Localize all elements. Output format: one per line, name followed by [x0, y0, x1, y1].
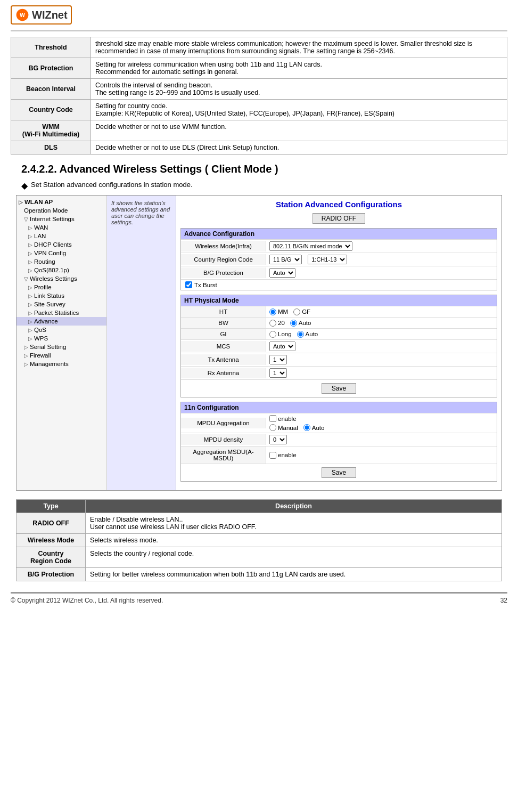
tooltip-text: It shows the station's advanced settings…	[111, 200, 170, 225]
ui-panel-container: ▷WLAN APOperation Mode▽Internet Settings…	[16, 195, 502, 491]
sidebar-item-firewall[interactable]: ▷Firewall	[17, 351, 106, 360]
desc-row-type: Wireless Mode	[17, 534, 86, 547]
sidebar-item-wireless-settings[interactable]: ▽Wireless Settings	[17, 274, 106, 283]
mpdu-auto-radio[interactable]	[303, 424, 310, 431]
sidebar-item-label: Wireless Settings	[30, 275, 77, 282]
ht-save-button[interactable]: Save	[322, 383, 356, 394]
sidebar-arrow-icon: ▷	[28, 310, 32, 316]
sidebar-arrow-icon: ▷	[28, 319, 32, 324]
sidebar-item-label: WAN	[34, 224, 48, 231]
sidebar-item-label: Link Status	[34, 293, 64, 299]
desc-table-row: Country Region CodeSelects the country /…	[17, 547, 502, 568]
sidebar-arrow-icon: ▷	[28, 233, 32, 239]
sidebar-item-vpn-config[interactable]: ▷VPN Config	[17, 249, 106, 257]
bw-auto-option[interactable]: Auto	[290, 320, 311, 327]
wiznet-logo-icon: W	[15, 7, 30, 22]
sidebar-item-routing[interactable]: ▷Routing	[17, 257, 106, 266]
sidebar-item-qos(802.1p)[interactable]: ▷QoS(802.1p)	[17, 266, 106, 274]
info-row-label: WMM (Wi-Fi Multimedia)	[11, 120, 91, 141]
sidebar-item-profile[interactable]: ▷Profile	[17, 283, 106, 291]
desc-row-type: Country Region Code	[17, 547, 86, 568]
radio-off-button[interactable]: RADIO OFF	[313, 213, 365, 224]
mpdu-manual-option[interactable]: Manual	[269, 424, 298, 431]
ht-row: HT MM GF	[181, 306, 497, 317]
desc-row-description: Selects wireless mode.	[86, 534, 502, 547]
gi-long-radio[interactable]	[269, 331, 276, 338]
sidebar-item-operation-mode[interactable]: Operation Mode	[17, 206, 106, 215]
rx-antenna-select[interactable]: 1	[269, 368, 287, 378]
mpdu-auto-option[interactable]: Auto	[303, 424, 325, 431]
sidebar-arrow-icon: ▷	[24, 361, 28, 367]
sidebar-item-label: WPS	[34, 335, 48, 342]
gi-label: GI	[181, 329, 266, 339]
info-row-label: BG Protection	[11, 58, 91, 79]
11n-save-button[interactable]: Save	[322, 467, 356, 478]
country-region-select2[interactable]: 1:CH1-13	[308, 255, 347, 264]
gi-long-option[interactable]: Long	[269, 331, 292, 338]
sidebar-item-label: QoS	[34, 327, 46, 333]
sidebar-item-dhcp-clients[interactable]: ▷DHCP Clients	[17, 240, 106, 249]
gi-auto-radio[interactable]	[297, 331, 304, 338]
sidebar-item-wlan-ap[interactable]: ▷WLAN AP	[17, 198, 106, 206]
sidebar-item-site-survey[interactable]: ▷Site Survey	[17, 300, 106, 308]
logo-area: W WIZnet	[11, 5, 507, 25]
bw-auto-radio[interactable]	[290, 320, 297, 327]
agg-msdu-row: Aggregation MSDU(A-MSDU) enable	[181, 446, 497, 464]
bw-20-radio[interactable]	[269, 320, 276, 327]
ht-gf-radio[interactable]	[293, 308, 300, 315]
mpdu-manual-radio[interactable]	[269, 424, 276, 431]
desc-table-header: Type Description	[17, 500, 502, 513]
sidebar-item-qos[interactable]: ▷QoS	[17, 326, 106, 334]
mcs-select[interactable]: Auto	[269, 342, 295, 351]
sidebar-arrow-icon: ▷	[28, 225, 32, 231]
mpdu-enable-option[interactable]: enable	[269, 415, 297, 422]
tx-antenna-label: Tx Antenna	[181, 354, 266, 365]
info-row-label: Threshold	[11, 37, 91, 58]
sidebar-item-wps[interactable]: ▷WPS	[17, 334, 106, 343]
info-row-label: DLS	[11, 141, 91, 155]
mpdu-aggregation-row: MPDU Aggregation enable Manual Auto	[181, 413, 497, 433]
mcs-label: MCS	[181, 341, 266, 352]
ht-gf-option[interactable]: GF	[293, 308, 310, 315]
desc-table-body: RADIO OFFEnable / Disable wireless LAN..…	[17, 513, 502, 581]
sidebar-item-lan[interactable]: ▷LAN	[17, 232, 106, 240]
mpdu-density-select[interactable]: 0	[269, 435, 287, 444]
tx-burst-checkbox[interactable]	[185, 281, 192, 288]
sidebar-item-label: LAN	[34, 233, 46, 239]
advance-config-section: Advance Configuration Wireless Mode(Infr…	[180, 228, 497, 290]
sidebar-item-advance[interactable]: ▷Advance	[17, 317, 106, 326]
agg-msdu-checkbox[interactable]	[269, 452, 276, 459]
mcs-row: MCS Auto	[181, 339, 497, 353]
info-row-description: Controls the interval of sending beacon.…	[91, 79, 507, 100]
bullet-symbol: ◆	[21, 181, 28, 191]
ht-physical-section: HT Physical Mode HT MM GF BW	[180, 295, 497, 397]
logo-box: W WIZnet	[11, 5, 72, 25]
bw-label: BW	[181, 318, 266, 328]
sidebar-item-internet-settings[interactable]: ▽Internet Settings	[17, 215, 106, 223]
country-region-select1[interactable]: 11 B/G	[269, 255, 302, 264]
info-table-row: WMM (Wi-Fi Multimedia)Decide whether or …	[11, 120, 507, 141]
sidebar-item-label: Internet Settings	[30, 216, 75, 222]
ht-physical-header: HT Physical Mode	[181, 295, 497, 306]
sidebar-item-wan[interactable]: ▷WAN	[17, 223, 106, 232]
sidebar-item-serial-setting[interactable]: ▷Serial Setting	[17, 343, 106, 351]
country-region-value: 11 B/G 1:CH1-13	[266, 253, 497, 266]
bg-protection-row: B/G Protection Auto	[181, 266, 497, 279]
sidebar-item-packet-statistics[interactable]: ▷Packet Statistics	[17, 308, 106, 317]
tx-antenna-select[interactable]: 1	[269, 355, 287, 364]
bw-20-option[interactable]: 20	[269, 320, 285, 327]
11n-save-row: Save	[181, 464, 497, 481]
mpdu-enable-checkbox[interactable]	[269, 415, 276, 422]
sidebar-item-label: VPN Config	[34, 250, 66, 256]
ht-mm-radio[interactable]	[269, 308, 276, 315]
radio-off-row: RADIO OFF	[180, 213, 497, 224]
sidebar-item-managements[interactable]: ▷Managements	[17, 360, 106, 368]
gi-auto-option[interactable]: Auto	[297, 331, 318, 338]
wireless-mode-select[interactable]: 802.11 B/G/N mixed mode	[269, 241, 352, 251]
bg-protection-select[interactable]: Auto	[269, 268, 295, 278]
agg-msdu-enable-option[interactable]: enable	[269, 452, 297, 459]
ht-save-row: Save	[181, 379, 497, 397]
ht-mm-option[interactable]: MM	[269, 308, 288, 315]
section-heading: 2.4.2.2. Advanced Wireless Settings ( Cl…	[21, 163, 507, 175]
sidebar-item-link-status[interactable]: ▷Link Status	[17, 291, 106, 300]
